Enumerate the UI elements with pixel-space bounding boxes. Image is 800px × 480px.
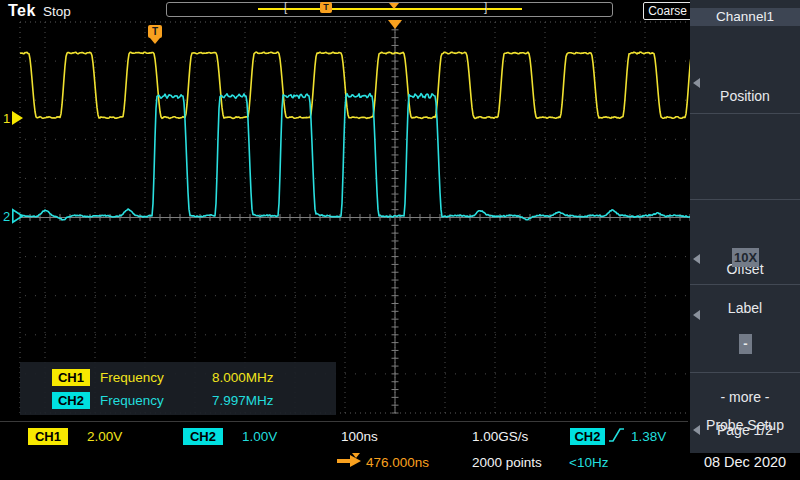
coarse-indicator: Coarse [643, 2, 692, 20]
menu-item-label[interactable]: Label - [690, 285, 800, 372]
menu-item-position[interactable]: Position [690, 26, 800, 113]
side-menu: Channel1 Position Offset Probe Setup 10X… [690, 0, 800, 453]
menu-item-probe-setup[interactable]: Probe Setup 10X [690, 200, 800, 284]
menu-page-indicator: Page 1/2 [690, 422, 800, 438]
ch1-position-marker [12, 111, 23, 125]
ch1-measurement-name: Frequency [100, 369, 164, 386]
ch1-scale-value: 2.00V [87, 428, 122, 445]
ch2-measurement-value: 7.997MHz [212, 392, 274, 409]
horizontal-delay-arrow-icon [337, 452, 363, 468]
ch2-position-marker [13, 210, 23, 222]
ch2-marker-digit: 2 [3, 209, 10, 224]
chevron-left-icon [693, 78, 700, 88]
acquisition-status: Stop [43, 4, 71, 19]
ch2-badge: CH2 [52, 392, 90, 409]
horizontal-delay-value: 476.000ns [366, 454, 429, 471]
ch2-scale-badge: CH2 [183, 428, 223, 445]
trigger-flag-letter: T [152, 26, 158, 37]
tek-logo: Tek [8, 2, 36, 20]
ch1-marker-digit: 1 [3, 111, 10, 126]
probe-setup-value: 10X [732, 248, 759, 267]
expansion-point-marker [388, 20, 402, 29]
ch1-scale-badge: CH1 [28, 428, 68, 445]
ch1-badge: CH1 [52, 369, 90, 386]
trigger-position-flag: T [148, 25, 162, 44]
side-menu-title: Channel1 [690, 8, 800, 26]
measurement-readout-panel: CH1 Frequency 8.000MHz CH2 Frequency 7.9… [20, 362, 336, 415]
menu-item-more[interactable]: - more - Page 1/2 [690, 373, 800, 453]
trigger-frequency-value: <10Hz [569, 454, 608, 471]
ch2-measurement-name: Frequency [100, 392, 164, 409]
trigger-level-value: 1.38V [631, 428, 666, 445]
ch2-scale-value: 1.00V [242, 428, 277, 445]
menu-item-offset[interactable]: Offset [690, 114, 800, 199]
record-center-marker-icon [389, 3, 399, 9]
timebase-value: 100ns [341, 428, 378, 445]
label-value: - [739, 334, 752, 354]
date-display: 08 Dec 2020 [690, 454, 800, 471]
ch1-measurement-value: 8.000MHz [212, 369, 274, 386]
oscilloscope-screen: T 1 2 Tek Stop [ ] T Coarse ↑ Channel1 P… [0, 0, 800, 480]
trigger-source-badge: CH2 [570, 428, 605, 445]
record-window-bracket-right: ] [484, 0, 487, 14]
rising-edge-slope-icon [608, 427, 626, 444]
sample-rate-value: 1.00GS/s [472, 428, 528, 445]
record-trigger-badge: T [320, 2, 332, 13]
statusbar-separator [0, 421, 688, 422]
record-window-bracket-left: [ [284, 0, 287, 14]
record-length-value: 2000 points [472, 454, 542, 471]
